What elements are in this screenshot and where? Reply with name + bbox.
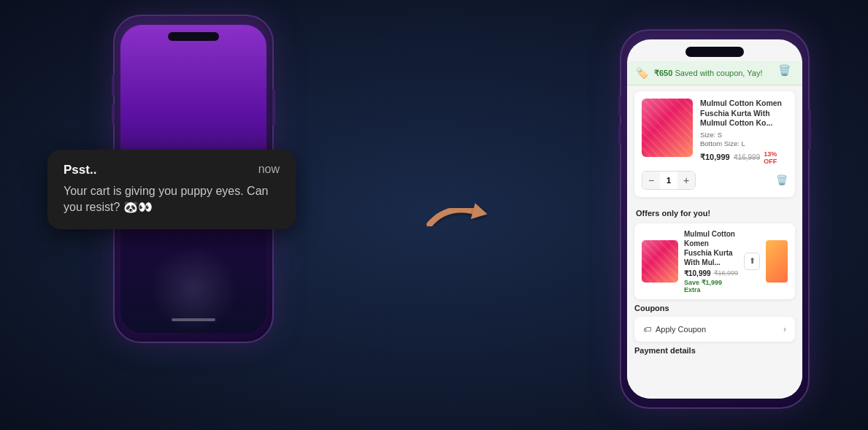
offer-product-image — [642, 240, 678, 283]
coupon-saved-banner: 🏷️ ₹650 Saved with coupon, Yay! — [627, 61, 802, 85]
offer-info: Mulmul Cotton Komen Fuschia Kurta With M… — [684, 229, 738, 293]
power-button[interactable] — [272, 89, 275, 126]
product-discount-badge: 13% OFF — [764, 150, 788, 165]
product-image — [642, 99, 693, 157]
offer-share-button[interactable]: ⬆ — [744, 253, 760, 270]
delete-product-button[interactable]: 🗑️ — [776, 174, 788, 185]
coupon-tag-icon: 🏷 — [643, 325, 651, 334]
right-phone-notch — [685, 47, 744, 57]
svg-marker-0 — [471, 203, 488, 219]
apply-coupon-left: 🏷 Apply Coupon — [643, 325, 706, 334]
product-bottom-size: Bottom Size: L — [700, 139, 788, 147]
coupon-banner-text: ₹650 Saved with coupon, Yay! — [654, 69, 762, 78]
product-original-price: ₹16,999 — [734, 153, 761, 161]
coupons-section: Coupons 🏷 Apply Coupon › — [634, 304, 795, 342]
right-phone-power[interactable] — [808, 110, 811, 150]
product-price-row: ₹10,999 ₹16,999 13% OFF — [700, 150, 788, 165]
quantity-control: − 1 + — [642, 171, 696, 190]
right-phone-volume-up[interactable] — [618, 96, 621, 117]
left-phone-notch — [168, 32, 219, 41]
offer-card: Mulmul Cotton Komen Fuschia Kurta With M… — [634, 223, 795, 299]
delete-all-button[interactable]: 🗑️ — [778, 64, 791, 76]
coupon-banner-icon: 🏷️ — [636, 67, 648, 79]
volume-down-button[interactable] — [112, 104, 115, 126]
notification-time: now — [258, 163, 280, 176]
left-phone-home-indicator — [172, 318, 215, 321]
notification-title: Psst.. — [64, 163, 96, 177]
right-phone-volume-down[interactable] — [618, 124, 621, 145]
right-phone: 🗑️ 🏷️ ₹650 Saved with coupon, Yay! Mulmu… — [620, 29, 810, 409]
apply-coupon-row[interactable]: 🏷 Apply Coupon › — [634, 317, 795, 342]
payment-section-header: Payment details — [634, 346, 795, 355]
offer-price-row: ₹10,999 ₹16,999 — [684, 269, 738, 277]
notification-header: Psst.. now — [64, 163, 280, 177]
quantity-increase-button[interactable]: + — [677, 172, 695, 189]
right-phone-screen: 🗑️ 🏷️ ₹650 Saved with coupon, Yay! Mulmu… — [627, 39, 802, 399]
volume-up-button[interactable] — [112, 74, 115, 96]
payment-section: Payment details — [634, 346, 795, 355]
offer-save-text: Save ₹1,999 Extra — [684, 279, 738, 293]
notification-bubble: Psst.. now Your cart is giving you puppy… — [47, 150, 296, 229]
notification-body: Your cart is giving you puppy eyes. Can … — [64, 183, 280, 216]
quantity-row: − 1 + 🗑️ — [642, 171, 788, 190]
coupons-section-header: Coupons — [634, 304, 795, 312]
offer-product-image-2 — [766, 240, 788, 283]
product-card: Mulmul Cotton Komen Fuschia Kurta With M… — [634, 91, 795, 197]
apply-coupon-chevron-icon: › — [783, 324, 786, 334]
apply-coupon-label: Apply Coupon — [656, 325, 706, 334]
quantity-value: 1 — [660, 176, 677, 185]
offer-original-price: ₹16,999 — [714, 269, 739, 277]
app-content: 🏷️ ₹650 Saved with coupon, Yay! Mulmul C… — [627, 61, 802, 399]
product-size: Size: S — [700, 131, 788, 139]
quantity-decrease-button[interactable]: − — [642, 172, 660, 189]
product-name: Mulmul Cotton Komen Fuschia Kurta With M… — [700, 99, 788, 128]
offer-name: Mulmul Cotton Komen Fuschia Kurta With M… — [684, 229, 738, 267]
product-current-price: ₹10,999 — [700, 153, 730, 162]
offers-section-header: Offers only for you! — [627, 203, 802, 220]
arrow-graphic — [423, 190, 496, 244]
offer-current-price: ₹10,999 — [684, 269, 711, 277]
product-row: Mulmul Cotton Komen Fuschia Kurta With M… — [642, 99, 788, 165]
product-info: Mulmul Cotton Komen Fuschia Kurta With M… — [700, 99, 788, 165]
